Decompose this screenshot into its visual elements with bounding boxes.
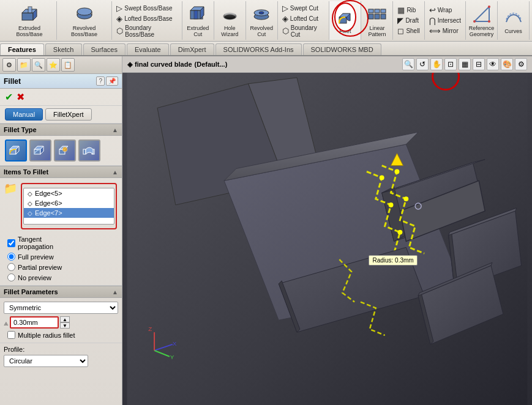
appearance-button[interactable]: 🎨: [501, 58, 513, 70]
rotate-button[interactable]: ↺: [416, 58, 429, 70]
fillet-type-fullround[interactable]: [78, 139, 100, 162]
panel-btn-4[interactable]: ⭐: [47, 58, 60, 72]
shell-button[interactable]: ◻ Shell: [395, 26, 421, 36]
boundary-boss-button[interactable]: ⬡ Boundary Boss/Base: [114, 24, 179, 39]
curves-label: Curves: [504, 29, 522, 35]
lofted-cut-label: Lofted Cut: [290, 15, 318, 22]
items-to-fillet-area: 📁 ◇ Edge<5> ◇ Edge<6> ◇ Edge<7: [0, 178, 122, 286]
curves-button[interactable]: Curves: [498, 1, 530, 40]
fillet-params-area: Symmetric Asymmetric ⟁ 0.30mm ▲ ▼ Multip…: [0, 298, 122, 343]
section-button[interactable]: ⊟: [473, 58, 485, 70]
svg-rect-0: [22, 13, 33, 20]
radius-input[interactable]: 0.30mm: [10, 316, 59, 329]
panel-btn-3[interactable]: 🔍: [32, 58, 45, 72]
tab-surfaces[interactable]: Surfaces: [83, 43, 126, 55]
cancel-button[interactable]: ✖: [17, 91, 24, 103]
fillet-point-3: [397, 230, 402, 235]
fillet-type-variable[interactable]: [29, 139, 51, 162]
fillet-type-section-header[interactable]: Fillet Type ▲: [0, 124, 122, 136]
fillet-button[interactable]: Fillet: [329, 1, 361, 40]
rib-button[interactable]: ▦ Rib: [395, 5, 421, 15]
full-preview-radio[interactable]: [7, 253, 15, 261]
radius-spin-up[interactable]: ▲: [60, 316, 70, 322]
extruded-cut-button[interactable]: ExtrudedCut: [182, 1, 214, 40]
viewport[interactable]: ◈ final curved blade (Default...) 🔍 ↺ ✋ …: [122, 56, 532, 405]
tab-evaluate[interactable]: Evaluate: [127, 43, 169, 55]
multiple-radius-checkbox[interactable]: [7, 331, 15, 339]
mirror-button[interactable]: ⟺ Mirror: [427, 26, 463, 36]
swept-cut-button[interactable]: ▷ Swept Cut: [280, 3, 327, 13]
hole-wizard-button[interactable]: 🕳️ HoleWizard: [214, 1, 246, 40]
fit-button[interactable]: ⊡: [444, 58, 457, 70]
tab-dimxpert[interactable]: DimXpert: [170, 43, 214, 55]
edge-5-label: Edge<5>: [35, 190, 62, 197]
intersect-label: Intersect: [438, 17, 461, 24]
fillet-pin-button[interactable]: 📌: [106, 76, 118, 86]
intersect-button[interactable]: ⋂ Intersect: [427, 15, 463, 26]
tangent-propagation-row: Tangentpropagation: [4, 234, 118, 251]
tab-solidworks-addins[interactable]: SOLIDWORKS Add-Ins: [215, 43, 302, 55]
wrap-button[interactable]: ↩ Wrap: [427, 5, 463, 15]
partial-preview-radio[interactable]: [7, 263, 15, 271]
viewport-header: ◈ final curved blade (Default...) 🔍 ↺ ✋ …: [122, 56, 532, 73]
tab-solidworks-mbd[interactable]: SOLIDWORKS MBD: [303, 43, 381, 55]
edge-6-icon: ◇: [28, 200, 32, 207]
tab-sketch[interactable]: Sketch: [45, 43, 82, 55]
diamond-icon: ◈: [127, 61, 132, 69]
lofted-boss-button[interactable]: ◈ Lofted Boss/Base: [114, 13, 179, 24]
view-button[interactable]: 👁: [487, 58, 499, 70]
tangent-propagation-checkbox[interactable]: [7, 239, 15, 247]
tab-bar: Features Sketch Surfaces Evaluate DimXpe…: [0, 42, 532, 56]
edge-6-item[interactable]: ◇ Edge<6>: [24, 198, 114, 208]
edge-list: ◇ Edge<5> ◇ Edge<6> ◇ Edge<7>: [23, 188, 114, 225]
reference-geometry-button[interactable]: ReferenceGeometry: [466, 1, 498, 40]
panel-btn-1[interactable]: ⚙: [2, 58, 16, 72]
hole-wizard-label: HoleWizard: [221, 26, 238, 38]
revolved-cut-button[interactable]: RevolvedCut: [246, 1, 278, 40]
edge-6-label: Edge<6>: [35, 199, 62, 207]
items-to-fillet-collapse-icon: ▲: [112, 169, 118, 176]
display-button[interactable]: ▦: [459, 58, 471, 70]
fillet-header-buttons: ? 📌: [96, 76, 118, 86]
radius-spin-down[interactable]: ▼: [60, 322, 70, 329]
filletxpert-mode-button[interactable]: FilletXpert: [45, 108, 92, 121]
draft-button[interactable]: ◤ Draft: [395, 15, 421, 26]
edge-5-item[interactable]: ◇ Edge<5>: [24, 188, 114, 198]
settings-button[interactable]: ⚙: [515, 58, 527, 70]
radius-label: Radius: 0.3mm: [369, 255, 417, 266]
revolved-boss-button[interactable]: Revolved Boss/Base: [57, 1, 112, 40]
tangent-propagation-label: Tangentpropagation: [18, 236, 53, 250]
fillet-type-face[interactable]: [54, 139, 76, 162]
ok-button[interactable]: ✔: [5, 91, 13, 103]
edge-7-item[interactable]: ◇ Edge<7>: [24, 208, 114, 218]
manual-mode-button[interactable]: Manual: [5, 108, 43, 121]
full-preview-label: Full preview: [18, 253, 54, 261]
fillet-icon: [334, 6, 356, 28]
extruded-cut-label: ExtrudedCut: [187, 26, 209, 38]
reference-geometry-icon: [471, 3, 493, 25]
fillet-type-constant[interactable]: [5, 139, 27, 162]
pan-button[interactable]: ✋: [430, 58, 443, 70]
extruded-boss-label: Extruded Boss/Base: [6, 26, 53, 38]
no-preview-radio[interactable]: [7, 273, 15, 281]
revolved-cut-label: RevolvedCut: [250, 26, 274, 38]
edge-7-label: Edge<7>: [35, 209, 62, 217]
partial-preview-row: Partial preview: [4, 262, 118, 272]
revolved-boss-label: Revolved Boss/Base: [61, 26, 108, 38]
extruded-boss-button[interactable]: Extruded Boss/Base: [2, 1, 57, 40]
lofted-cut-button[interactable]: ◈ Lofted Cut: [280, 13, 327, 24]
profile-dropdown[interactable]: Circular Conic Curvature Continuous: [4, 355, 88, 367]
panel-btn-2[interactable]: 📁: [17, 58, 31, 72]
swept-boss-button[interactable]: ▷ Swept Boss/Base: [114, 3, 179, 13]
extruded-cut-icon: [187, 3, 209, 25]
items-to-fillet-section-header[interactable]: Items To Fillet ▲: [0, 166, 122, 178]
zoom-button[interactable]: 🔍: [402, 58, 414, 70]
symmetric-dropdown[interactable]: Symmetric Asymmetric: [4, 302, 118, 314]
linear-pattern-button[interactable]: LinearPattern: [361, 1, 393, 40]
boundary-cut-button[interactable]: ⬡ Boundary Cut: [280, 24, 327, 39]
svg-point-25: [473, 20, 476, 23]
fillet-help-button[interactable]: ?: [96, 76, 105, 86]
panel-btn-5[interactable]: 📋: [61, 58, 75, 72]
tab-features[interactable]: Features: [0, 43, 44, 55]
fillet-params-section-header[interactable]: Fillet Parameters ▲: [0, 286, 122, 298]
